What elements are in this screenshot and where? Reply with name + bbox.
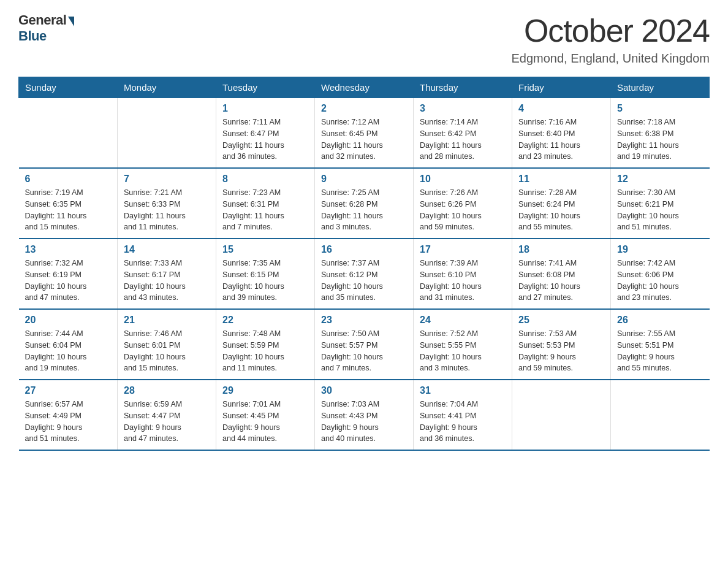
calendar-cell: 12Sunrise: 7:30 AM Sunset: 6:21 PM Dayli… — [611, 168, 710, 239]
calendar-header-row: SundayMondayTuesdayWednesdayThursdayFrid… — [19, 77, 710, 98]
calendar-cell: 27Sunrise: 6:57 AM Sunset: 4:49 PM Dayli… — [19, 380, 118, 450]
calendar-cell: 22Sunrise: 7:48 AM Sunset: 5:59 PM Dayli… — [216, 309, 315, 380]
calendar-cell: 10Sunrise: 7:26 AM Sunset: 6:26 PM Dayli… — [414, 168, 512, 239]
day-info: Sunrise: 7:50 AM Sunset: 5:57 PM Dayligh… — [321, 328, 407, 374]
day-number: 15 — [222, 244, 308, 255]
calendar-cell: 25Sunrise: 7:53 AM Sunset: 5:53 PM Dayli… — [512, 309, 611, 380]
day-info: Sunrise: 7:42 AM Sunset: 6:06 PM Dayligh… — [617, 258, 703, 304]
day-number: 27 — [25, 385, 112, 396]
day-info: Sunrise: 7:48 AM Sunset: 5:59 PM Dayligh… — [222, 328, 308, 374]
day-info: Sunrise: 7:03 AM Sunset: 4:43 PM Dayligh… — [321, 399, 407, 445]
day-number: 5 — [617, 103, 703, 114]
calendar-cell: 15Sunrise: 7:35 AM Sunset: 6:15 PM Dayli… — [216, 239, 315, 309]
calendar-week-row: 27Sunrise: 6:57 AM Sunset: 4:49 PM Dayli… — [19, 380, 710, 450]
title-section: October 2024 Edgmond, England, United Ki… — [511, 12, 710, 66]
day-number: 4 — [518, 103, 604, 114]
day-info: Sunrise: 7:28 AM Sunset: 6:24 PM Dayligh… — [518, 187, 604, 233]
calendar-cell: 30Sunrise: 7:03 AM Sunset: 4:43 PM Dayli… — [315, 380, 414, 450]
calendar-week-row: 13Sunrise: 7:32 AM Sunset: 6:19 PM Dayli… — [19, 239, 710, 309]
day-number: 13 — [25, 244, 112, 255]
logo-triangle-icon — [68, 17, 74, 26]
calendar-header-friday: Friday — [512, 77, 611, 98]
calendar-cell: 8Sunrise: 7:23 AM Sunset: 6:31 PM Daylig… — [216, 168, 315, 239]
day-info: Sunrise: 6:59 AM Sunset: 4:47 PM Dayligh… — [124, 399, 210, 445]
calendar-cell: 5Sunrise: 7:18 AM Sunset: 6:38 PM Daylig… — [611, 98, 710, 169]
day-number: 6 — [25, 174, 112, 185]
day-number: 11 — [518, 174, 604, 185]
calendar-cell: 13Sunrise: 7:32 AM Sunset: 6:19 PM Dayli… — [19, 239, 118, 309]
day-info: Sunrise: 7:26 AM Sunset: 6:26 PM Dayligh… — [420, 187, 506, 233]
day-number: 19 — [617, 244, 703, 255]
day-info: Sunrise: 7:55 AM Sunset: 5:51 PM Dayligh… — [617, 328, 703, 374]
day-info: Sunrise: 7:18 AM Sunset: 6:38 PM Dayligh… — [617, 117, 703, 163]
day-info: Sunrise: 7:12 AM Sunset: 6:45 PM Dayligh… — [321, 117, 407, 163]
day-info: Sunrise: 7:33 AM Sunset: 6:17 PM Dayligh… — [124, 258, 210, 304]
day-number: 1 — [222, 103, 308, 114]
day-number: 2 — [321, 103, 407, 114]
calendar-cell — [19, 98, 118, 169]
calendar-header-sunday: Sunday — [19, 77, 118, 98]
day-info: Sunrise: 7:11 AM Sunset: 6:47 PM Dayligh… — [222, 117, 308, 163]
day-info: Sunrise: 7:46 AM Sunset: 6:01 PM Dayligh… — [124, 328, 210, 374]
calendar-cell: 28Sunrise: 6:59 AM Sunset: 4:47 PM Dayli… — [118, 380, 216, 450]
calendar-cell: 20Sunrise: 7:44 AM Sunset: 6:04 PM Dayli… — [19, 309, 118, 380]
day-number: 3 — [420, 103, 506, 114]
day-number: 24 — [420, 315, 506, 326]
day-number: 28 — [124, 385, 210, 396]
calendar-cell: 18Sunrise: 7:41 AM Sunset: 6:08 PM Dayli… — [512, 239, 611, 309]
day-info: Sunrise: 7:16 AM Sunset: 6:40 PM Dayligh… — [518, 117, 604, 163]
calendar-cell: 24Sunrise: 7:52 AM Sunset: 5:55 PM Dayli… — [414, 309, 512, 380]
day-number: 25 — [518, 315, 604, 326]
calendar-cell: 16Sunrise: 7:37 AM Sunset: 6:12 PM Dayli… — [315, 239, 414, 309]
day-number: 26 — [617, 315, 703, 326]
day-number: 12 — [617, 174, 703, 185]
day-number: 8 — [222, 174, 308, 185]
logo-general-text: General — [18, 12, 66, 28]
day-info: Sunrise: 6:57 AM Sunset: 4:49 PM Dayligh… — [25, 399, 112, 445]
calendar-table: SundayMondayTuesdayWednesdayThursdayFrid… — [18, 77, 710, 451]
page-header: General Blue October 2024 Edgmond, Engla… — [18, 12, 710, 66]
calendar-cell: 9Sunrise: 7:25 AM Sunset: 6:28 PM Daylig… — [315, 168, 414, 239]
day-number: 29 — [222, 385, 308, 396]
calendar-cell: 17Sunrise: 7:39 AM Sunset: 6:10 PM Dayli… — [414, 239, 512, 309]
day-number: 14 — [124, 244, 210, 255]
calendar-cell: 29Sunrise: 7:01 AM Sunset: 4:45 PM Dayli… — [216, 380, 315, 450]
calendar-cell: 2Sunrise: 7:12 AM Sunset: 6:45 PM Daylig… — [315, 98, 414, 169]
day-info: Sunrise: 7:44 AM Sunset: 6:04 PM Dayligh… — [25, 328, 112, 374]
day-number: 22 — [222, 315, 308, 326]
calendar-cell: 31Sunrise: 7:04 AM Sunset: 4:41 PM Dayli… — [414, 380, 512, 450]
calendar-week-row: 6Sunrise: 7:19 AM Sunset: 6:35 PM Daylig… — [19, 168, 710, 239]
calendar-cell: 1Sunrise: 7:11 AM Sunset: 6:47 PM Daylig… — [216, 98, 315, 169]
calendar-cell: 14Sunrise: 7:33 AM Sunset: 6:17 PM Dayli… — [118, 239, 216, 309]
calendar-cell: 7Sunrise: 7:21 AM Sunset: 6:33 PM Daylig… — [118, 168, 216, 239]
calendar-cell: 4Sunrise: 7:16 AM Sunset: 6:40 PM Daylig… — [512, 98, 611, 169]
calendar-header-tuesday: Tuesday — [216, 77, 315, 98]
day-info: Sunrise: 7:32 AM Sunset: 6:19 PM Dayligh… — [25, 258, 112, 304]
calendar-cell: 21Sunrise: 7:46 AM Sunset: 6:01 PM Dayli… — [118, 309, 216, 380]
calendar-week-row: 20Sunrise: 7:44 AM Sunset: 6:04 PM Dayli… — [19, 309, 710, 380]
day-number: 17 — [420, 244, 506, 255]
day-info: Sunrise: 7:35 AM Sunset: 6:15 PM Dayligh… — [222, 258, 308, 304]
calendar-cell — [611, 380, 710, 450]
calendar-week-row: 1Sunrise: 7:11 AM Sunset: 6:47 PM Daylig… — [19, 98, 710, 169]
day-info: Sunrise: 7:23 AM Sunset: 6:31 PM Dayligh… — [222, 187, 308, 233]
calendar-header-saturday: Saturday — [611, 77, 710, 98]
calendar-header-monday: Monday — [118, 77, 216, 98]
calendar-cell: 19Sunrise: 7:42 AM Sunset: 6:06 PM Dayli… — [611, 239, 710, 309]
day-number: 7 — [124, 174, 210, 185]
month-title: October 2024 — [511, 12, 710, 49]
calendar-header-thursday: Thursday — [414, 77, 512, 98]
day-number: 16 — [321, 244, 407, 255]
day-info: Sunrise: 7:01 AM Sunset: 4:45 PM Dayligh… — [222, 399, 308, 445]
day-number: 21 — [124, 315, 210, 326]
calendar-cell — [118, 98, 216, 169]
day-number: 30 — [321, 385, 407, 396]
logo: General Blue — [18, 12, 74, 44]
day-info: Sunrise: 7:19 AM Sunset: 6:35 PM Dayligh… — [25, 187, 112, 233]
calendar-cell: 26Sunrise: 7:55 AM Sunset: 5:51 PM Dayli… — [611, 309, 710, 380]
location-title: Edgmond, England, United Kingdom — [511, 52, 710, 66]
day-info: Sunrise: 7:52 AM Sunset: 5:55 PM Dayligh… — [420, 328, 506, 374]
calendar-cell: 3Sunrise: 7:14 AM Sunset: 6:42 PM Daylig… — [414, 98, 512, 169]
calendar-header-wednesday: Wednesday — [315, 77, 414, 98]
day-number: 10 — [420, 174, 506, 185]
